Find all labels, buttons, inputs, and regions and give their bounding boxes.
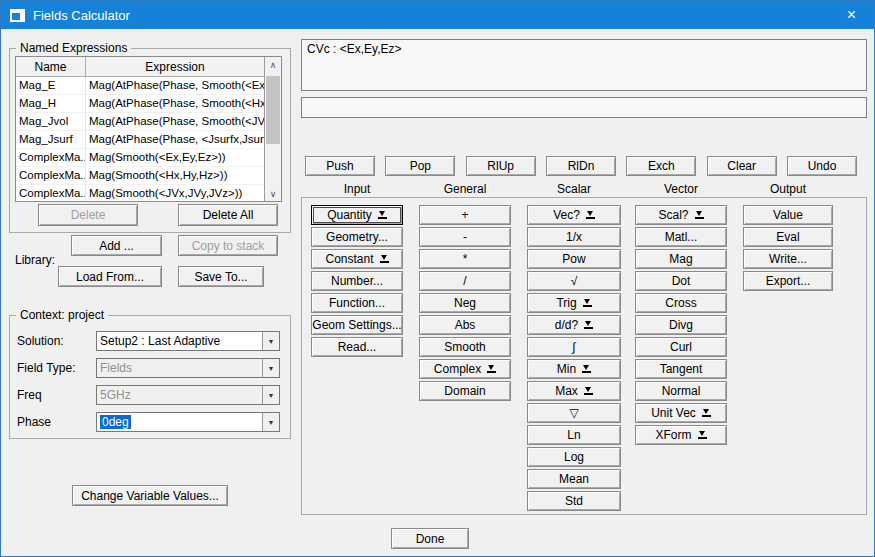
normal-button[interactable]: Normal xyxy=(635,381,727,401)
complex-button[interactable]: Complex xyxy=(419,359,511,379)
delete-all-button[interactable]: Delete All xyxy=(178,204,278,226)
cross-button[interactable]: Cross xyxy=(635,293,727,313)
dropdown-arrow-icon xyxy=(584,321,593,329)
dropdown-arrow-icon xyxy=(698,431,707,439)
expression-name-cell: Mag_Jvol xyxy=(16,113,86,130)
button-label: Matl... xyxy=(665,230,698,244)
chevron-down-icon[interactable]: ▼ xyxy=(262,413,279,431)
expression-row[interactable]: ComplexMa...Mag(Smooth(<Ex,Ey,Ez>)) xyxy=(16,149,264,167)
mean-button[interactable]: Mean xyxy=(527,469,621,489)
mag-button[interactable]: Mag xyxy=(635,249,727,269)
unit-vec-button[interactable]: Unit Vec xyxy=(635,403,727,423)
phase-select[interactable]: 0deg ▼ xyxy=(96,412,280,432)
scroll-down-icon[interactable]: ∨ xyxy=(265,186,281,201)
tangent-button[interactable]: Tangent xyxy=(635,359,727,379)
solution-value-wrap: Setup2 : Last Adaptive xyxy=(97,334,262,348)
button-label: * xyxy=(463,252,468,266)
done-button[interactable]: Done xyxy=(391,528,469,549)
exch-button[interactable]: Exch xyxy=(626,156,696,176)
geometry-button[interactable]: Geometry... xyxy=(311,227,403,247)
vec-button[interactable]: Vec? xyxy=(527,205,621,225)
button-label: 1/x xyxy=(566,230,582,244)
add-button[interactable]: Add ... xyxy=(71,235,162,256)
expression-row[interactable]: ComplexMa...Mag(Smooth(<JVx,JVy,JVz>)) xyxy=(16,185,264,201)
divg-button[interactable]: Divg xyxy=(635,315,727,335)
value-button[interactable]: Value xyxy=(743,205,833,225)
derivative-button[interactable]: d/d? xyxy=(527,315,621,335)
fields-calculator-window: Fields Calculator × Named Expressions Na… xyxy=(0,0,875,557)
dot-button[interactable]: Dot xyxy=(635,271,727,291)
calc-column-input: QuantityGeometry...ConstantNumber...Func… xyxy=(311,205,403,357)
curl-button[interactable]: Curl xyxy=(635,337,727,357)
function-button[interactable]: Function... xyxy=(311,293,403,313)
copy-to-stack-button[interactable]: Copy to stack xyxy=(178,235,278,256)
button-label: d/d? xyxy=(555,318,578,332)
solution-select[interactable]: Setup2 : Last Adaptive ▼ xyxy=(96,331,280,351)
undo-button[interactable]: Undo xyxy=(787,156,857,176)
close-button[interactable]: × xyxy=(829,1,874,29)
button-label: Geom Settings... xyxy=(312,318,401,332)
button-label: Eval xyxy=(776,230,799,244)
multiply-button[interactable]: * xyxy=(419,249,511,269)
scal-button[interactable]: Scal? xyxy=(635,205,727,225)
phase-value: 0deg xyxy=(100,415,131,429)
expression-row[interactable]: Mag_JsurfMag(AtPhase(Phase, <Jsurfx,Jsur… xyxy=(16,131,264,149)
number-button[interactable]: Number... xyxy=(311,271,403,291)
expression-value-cell: Mag(Smooth(<Ex,Ey,Ez>)) xyxy=(86,149,264,166)
ln-button[interactable]: Ln xyxy=(527,425,621,445)
integral-button[interactable]: ∫ xyxy=(527,337,621,357)
write-button[interactable]: Write... xyxy=(743,249,833,269)
clear-button[interactable]: Clear xyxy=(707,156,777,176)
expression-name-cell: Mag_E xyxy=(16,77,86,94)
column-header-expression[interactable]: Expression xyxy=(86,57,264,76)
std-button[interactable]: Std xyxy=(527,491,621,511)
log-button[interactable]: Log xyxy=(527,447,621,467)
save-to-button[interactable]: Save To... xyxy=(178,266,264,287)
xform-button[interactable]: XForm xyxy=(635,425,727,445)
geom-settings-button[interactable]: Geom Settings... xyxy=(311,315,403,335)
min-button[interactable]: Min xyxy=(527,359,621,379)
dropdown-arrow-icon xyxy=(695,211,704,219)
export-button[interactable]: Export... xyxy=(743,271,833,291)
smooth-button[interactable]: Smooth xyxy=(419,337,511,357)
read-button[interactable]: Read... xyxy=(311,337,403,357)
expression-row[interactable]: Mag_EMag(AtPhase(Phase, Smooth(<Ex,E... xyxy=(16,77,264,95)
pow-button[interactable]: Pow xyxy=(527,249,621,269)
neg-button[interactable]: Neg xyxy=(419,293,511,313)
rldn-button[interactable]: RlDn xyxy=(546,156,616,176)
expressions-table-body: Mag_EMag(AtPhase(Phase, Smooth(<Ex,E...M… xyxy=(16,77,264,201)
eval-button[interactable]: Eval xyxy=(743,227,833,247)
load-from-button[interactable]: Load From... xyxy=(58,266,162,287)
expression-row[interactable]: Mag_HMag(AtPhase(Phase, Smooth(<Hx,H... xyxy=(16,95,264,113)
column-header-scalar: Scalar xyxy=(527,182,621,196)
abs-button[interactable]: Abs xyxy=(419,315,511,335)
table-scrollbar[interactable]: ∧ ∨ xyxy=(264,57,281,201)
field-type-value: Fields xyxy=(100,361,132,375)
column-header-name[interactable]: Name xyxy=(16,57,86,76)
expression-row[interactable]: ComplexMa...Mag(Smooth(<Hx,Hy,Hz>)) xyxy=(16,167,264,185)
title-bar[interactable]: Fields Calculator × xyxy=(1,1,874,29)
max-button[interactable]: Max xyxy=(527,381,621,401)
chevron-down-icon[interactable]: ▼ xyxy=(262,332,279,350)
rlup-button[interactable]: RlUp xyxy=(466,156,536,176)
change-variable-values-button[interactable]: Change Variable Values... xyxy=(72,485,228,506)
grad-button[interactable]: ▽ xyxy=(527,403,621,423)
constant-button[interactable]: Constant xyxy=(311,249,403,269)
sqrt-button[interactable]: √ xyxy=(527,271,621,291)
delete-button[interactable]: Delete xyxy=(38,204,138,226)
push-button[interactable]: Push xyxy=(305,156,375,176)
minus-button[interactable]: - xyxy=(419,227,511,247)
scroll-up-icon[interactable]: ∧ xyxy=(265,57,281,72)
quantity-button[interactable]: Quantity xyxy=(311,205,403,225)
solution-label: Solution: xyxy=(17,331,64,351)
domain-button[interactable]: Domain xyxy=(419,381,511,401)
pop-button[interactable]: Pop xyxy=(385,156,455,176)
expression-row[interactable]: Mag_JvolMag(AtPhase(Phase, Smooth(<JVx,J… xyxy=(16,113,264,131)
trig-button[interactable]: Trig xyxy=(527,293,621,313)
matl-button[interactable]: Matl... xyxy=(635,227,727,247)
plus-button[interactable]: + xyxy=(419,205,511,225)
divide-button[interactable]: / xyxy=(419,271,511,291)
scrollbar-thumb[interactable] xyxy=(266,76,280,144)
button-label: / xyxy=(463,274,466,288)
one-over-x-button[interactable]: 1/x xyxy=(527,227,621,247)
